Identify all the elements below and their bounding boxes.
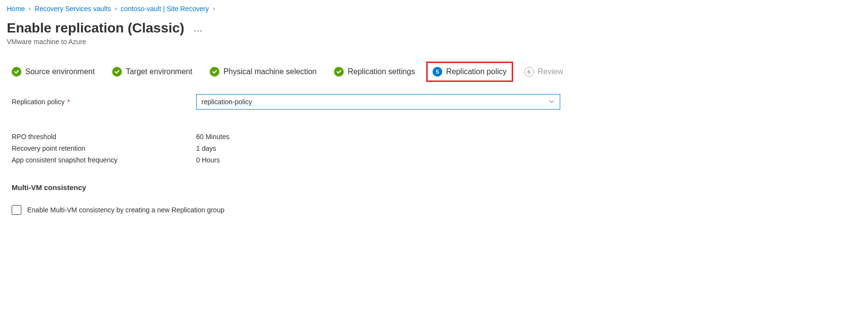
field-value: 0 Hours <box>196 156 220 164</box>
step-replication-policy[interactable]: 5 Replication policy <box>426 62 513 82</box>
checkmark-icon <box>334 67 344 77</box>
checkmark-icon <box>112 67 122 77</box>
step-label: Replication policy <box>446 67 507 76</box>
page-header: Enable replication (Classic) … <box>7 20 861 36</box>
breadcrumb: Home › Recovery Services vaults › contos… <box>7 5 861 13</box>
step-replication-settings[interactable]: Replication settings <box>334 67 415 77</box>
step-number-icon: 6 <box>524 67 534 77</box>
checkmark-icon <box>12 67 21 77</box>
step-label: Target environment <box>126 67 192 76</box>
checkmark-icon <box>210 67 219 77</box>
field-label: App consistent snapshot frequency <box>12 156 196 164</box>
step-number-icon: 5 <box>433 67 442 77</box>
chevron-right-icon: › <box>115 5 117 12</box>
chevron-down-icon <box>548 98 555 106</box>
chevron-right-icon: › <box>213 5 215 12</box>
field-value: 60 Minutes <box>196 133 229 141</box>
step-physical-machine-selection[interactable]: Physical machine selection <box>210 67 317 77</box>
breadcrumb-home[interactable]: Home <box>7 5 25 13</box>
field-label: RPO threshold <box>12 133 196 141</box>
page-title: Enable replication (Classic) <box>7 20 184 36</box>
multi-vm-checkbox-row: Enable Multi-VM consistency by creating … <box>7 205 861 215</box>
field-recovery-point-retention: Recovery point retention 1 days <box>7 144 861 152</box>
page-subtitle: VMware machine to Azure <box>7 38 861 46</box>
field-label: Replication policy * <box>12 98 196 106</box>
step-review: 6 Review <box>524 67 563 77</box>
replication-policy-dropdown[interactable]: replication-policy <box>196 94 560 110</box>
field-app-consistent-snapshot: App consistent snapshot frequency 0 Hour… <box>7 156 861 164</box>
multi-vm-checkbox[interactable] <box>12 205 21 215</box>
step-target-environment[interactable]: Target environment <box>112 67 192 77</box>
step-label: Review <box>538 67 563 76</box>
field-rpo-threshold: RPO threshold 60 Minutes <box>7 133 861 141</box>
step-label: Source environment <box>25 67 95 76</box>
chevron-right-icon: › <box>29 5 31 12</box>
multi-vm-checkbox-label: Enable Multi-VM consistency by creating … <box>27 206 224 214</box>
step-label: Physical machine selection <box>223 67 317 76</box>
dropdown-value: replication-policy <box>201 98 252 106</box>
field-value: 1 days <box>196 144 216 152</box>
field-replication-policy: Replication policy * replication-policy <box>7 94 861 110</box>
wizard-steps: Source environment Target environment Ph… <box>7 67 861 77</box>
breadcrumb-vault[interactable]: contoso-vault | Site Recovery <box>121 5 209 13</box>
multi-vm-heading: Multi-VM consistency <box>7 183 861 191</box>
more-actions-button[interactable]: … <box>193 23 204 33</box>
breadcrumb-vaults[interactable]: Recovery Services vaults <box>34 5 111 13</box>
field-label: Recovery point retention <box>12 144 196 152</box>
step-label: Replication settings <box>348 67 415 76</box>
required-indicator: * <box>66 98 70 106</box>
step-source-environment[interactable]: Source environment <box>12 67 95 77</box>
